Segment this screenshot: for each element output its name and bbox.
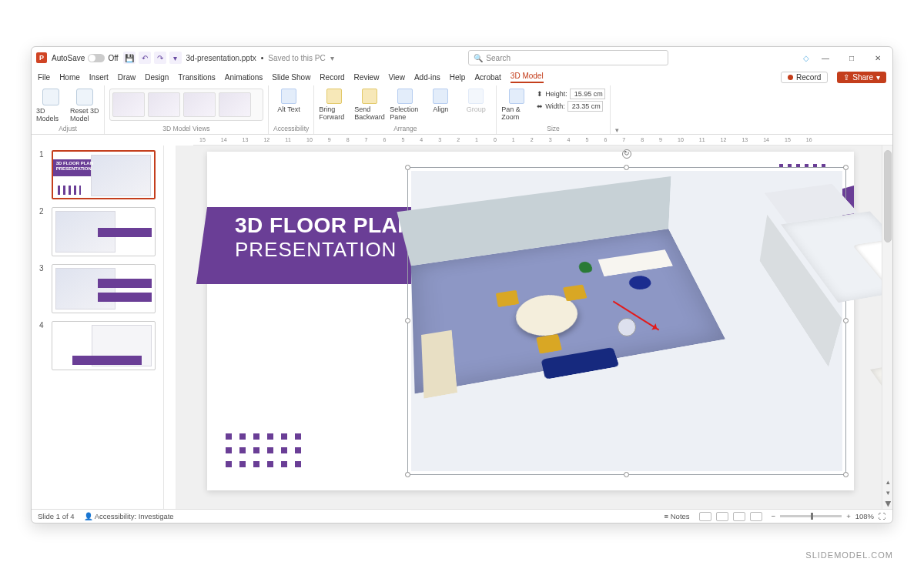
tab-design[interactable]: Design	[145, 73, 169, 82]
slide-thumbnail[interactable]: 2	[39, 207, 156, 256]
record-button[interactable]: Record	[781, 72, 828, 83]
3d-model-selection[interactable]	[407, 167, 846, 475]
btn-alt-text[interactable]: Alt Text	[273, 89, 304, 113]
qat-redo-icon[interactable]: ↷	[154, 52, 166, 64]
save-status: Saved to this PC	[268, 54, 325, 62]
tab-file[interactable]: File	[38, 73, 50, 82]
zoom-in-button[interactable]: +	[846, 512, 851, 520]
view-thumb[interactable]	[148, 92, 180, 117]
view-thumb[interactable]	[112, 92, 145, 117]
prev-slide-button[interactable]: ▴	[882, 477, 893, 487]
slide-3-preview[interactable]	[52, 264, 156, 313]
tab-view[interactable]: View	[388, 73, 405, 82]
resize-handle[interactable]	[405, 472, 410, 477]
resize-handle[interactable]	[405, 318, 410, 323]
toggle-off-icon[interactable]	[88, 54, 105, 62]
slide-title[interactable]: 3D FLOOR PLAN PRESENTATION	[235, 213, 413, 262]
zoom-value[interactable]: 108%	[855, 512, 874, 520]
normal-view-button[interactable]	[699, 512, 711, 521]
cube-reset-icon	[76, 89, 93, 105]
ribbon: 3D Models Reset 3D Model Adjust 3D Model…	[32, 85, 892, 135]
tab-slideshow[interactable]: Slide Show	[272, 73, 310, 82]
group-label: Size	[501, 124, 605, 132]
slide-1-preview[interactable]: 3D FLOOR PLANPRESENTATION	[52, 150, 156, 199]
qat-overflow-icon[interactable]: ▾	[169, 52, 182, 64]
slide-thumbnail[interactable]: 3	[39, 264, 156, 313]
share-button[interactable]: ⇪Share▾	[837, 72, 886, 83]
orbit-gizmo-icon[interactable]	[618, 318, 636, 336]
vertical-scrollbar[interactable]: ▴ ▾ ⯆	[882, 146, 892, 509]
diamond-icon[interactable]: ◇	[803, 54, 809, 62]
ribbon-collapse-button[interactable]: ▾	[611, 85, 624, 134]
qat-save-icon[interactable]: 💾	[123, 52, 136, 64]
notes-button[interactable]: ≡ Notes	[665, 512, 690, 520]
tab-review[interactable]: Review	[354, 73, 380, 82]
slide-2-preview[interactable]	[52, 207, 156, 256]
ribbon-group-accessibility: Alt Text Accessibility	[269, 85, 314, 134]
window-minimize-button[interactable]: —	[815, 50, 835, 65]
scroll-down-button[interactable]: ⯆	[882, 498, 893, 509]
view-gallery[interactable]	[109, 89, 263, 121]
tab-transitions[interactable]: Transitions	[178, 73, 216, 82]
send-backward-icon	[362, 89, 377, 104]
workspace: 1 3D FLOOR PLANPRESENTATION 2 3 4	[32, 146, 892, 509]
tab-3dmodel[interactable]: 3D Model	[511, 72, 544, 83]
resize-handle[interactable]	[624, 165, 629, 170]
autosave-state: Off	[108, 54, 118, 62]
group-label: 3D Model Views	[109, 124, 263, 132]
zoom-slider[interactable]	[780, 515, 842, 517]
person-icon: 👤	[84, 512, 93, 520]
title-line-1: 3D FLOOR PLAN	[235, 213, 413, 238]
slide-4-preview[interactable]	[52, 321, 156, 370]
fit-to-window-button[interactable]: ⛶	[879, 512, 886, 520]
btn-align[interactable]: Align	[425, 89, 456, 113]
btn-group[interactable]: Group	[460, 89, 491, 113]
accessibility-status[interactable]: 👤 Accessibility: Investigate	[84, 512, 174, 520]
slide-canvas-area[interactable]: 3D FLOOR PLAN PRESENTATION	[176, 146, 882, 509]
chevron-down-icon[interactable]: ▾	[330, 54, 334, 62]
btn-3d-models[interactable]: 3D Models	[36, 89, 65, 122]
tab-draw[interactable]: Draw	[118, 73, 136, 82]
btn-bring-forward[interactable]: Bring Forward	[319, 89, 350, 121]
resize-handle[interactable]	[624, 472, 629, 477]
slide-indicator[interactable]: Slide 1 of 4	[38, 512, 75, 520]
slide[interactable]: 3D FLOOR PLAN PRESENTATION	[207, 152, 854, 490]
width-icon: ⬌	[537, 102, 543, 110]
btn-selection-pane[interactable]: Selection Pane	[390, 89, 420, 121]
qat-undo-icon[interactable]: ↶	[139, 52, 151, 64]
btn-reset-3d-model[interactable]: Reset 3D Model	[70, 89, 99, 122]
alt-text-icon	[281, 89, 296, 104]
tab-record[interactable]: Record	[320, 73, 344, 82]
tab-insert[interactable]: Insert	[89, 73, 109, 82]
view-thumb[interactable]	[219, 92, 251, 117]
tab-acrobat[interactable]: Acrobat	[474, 73, 500, 82]
resize-handle[interactable]	[405, 165, 410, 170]
width-label: Width:	[545, 102, 565, 110]
slideshow-view-button[interactable]	[750, 512, 762, 521]
reading-view-button[interactable]	[733, 512, 745, 521]
slide-thumbnail[interactable]: 4	[39, 321, 156, 370]
resize-handle[interactable]	[843, 472, 849, 477]
tab-help[interactable]: Help	[450, 73, 466, 82]
rotation-handle-icon[interactable]	[622, 149, 631, 159]
tab-addins[interactable]: Add-ins	[414, 73, 440, 82]
search-input[interactable]: 🔍 Search	[468, 50, 668, 65]
height-input[interactable]: 15.95 cm	[570, 89, 605, 99]
view-thumb[interactable]	[183, 92, 216, 117]
window-close-button[interactable]: ✕	[868, 50, 888, 65]
btn-send-backward[interactable]: Send Backward	[354, 89, 385, 121]
sorter-view-button[interactable]	[716, 512, 728, 521]
autosave-toggle[interactable]: AutoSave Off	[52, 54, 119, 62]
next-slide-button[interactable]: ▾	[882, 487, 893, 498]
window-maximize-button[interactable]: □	[842, 50, 862, 65]
title-line-2: PRESENTATION	[235, 238, 413, 262]
tab-home[interactable]: Home	[59, 73, 80, 82]
btn-pan-zoom[interactable]: Pan & Zoom	[501, 89, 532, 121]
tab-animations[interactable]: Animations	[225, 73, 263, 82]
slide-thumbnail[interactable]: 1 3D FLOOR PLANPRESENTATION	[39, 150, 156, 199]
bathroom-area	[781, 211, 882, 303]
zoom-out-button[interactable]: −	[772, 512, 776, 520]
scrollbar-thumb[interactable]	[884, 150, 892, 243]
width-input[interactable]: 23.35 cm	[567, 101, 603, 112]
resize-handle[interactable]	[843, 165, 849, 170]
